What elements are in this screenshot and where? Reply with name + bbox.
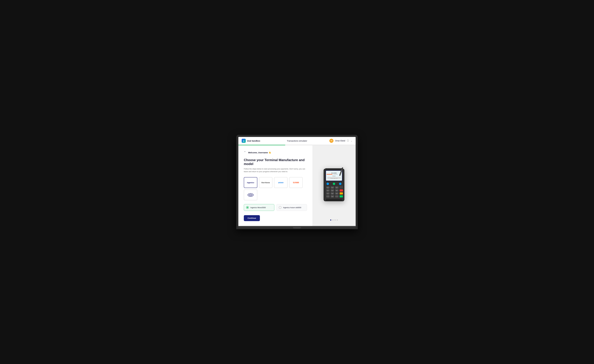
svg-text:8.: 8.	[332, 193, 333, 194]
nav-right-section: OE Omar Ebeid ⓘ ⌄	[325, 139, 352, 143]
svg-text:3.: 3.	[337, 187, 337, 188]
user-avatar: OE	[329, 139, 333, 143]
model-option-move3500[interactable]: Ingenico Move3500	[244, 204, 274, 211]
svg-point-16	[333, 182, 335, 185]
radio-move3500	[246, 206, 249, 209]
svg-rect-43	[340, 195, 343, 197]
laptop-base	[238, 226, 356, 229]
svg-point-15	[327, 182, 329, 185]
manufacturer-grid: ingenico Verifone urovo SUNMI	[244, 177, 307, 200]
sunmi-logo: SUNMI	[293, 182, 299, 184]
manufacturer-card-pax[interactable]: PAX	[244, 189, 257, 200]
laptop-screen: Zeal Sandbox Transactions simulator OE O…	[238, 137, 356, 226]
device-image-container: Move/3500 Amount Please swipe card	[317, 148, 351, 220]
svg-point-17	[339, 182, 341, 185]
model-option-axium[interactable]: Ingenico Axium dx8000	[277, 204, 307, 211]
radio-axium	[279, 206, 282, 209]
page-title: Choose your Terminal Manufacture and mod…	[244, 158, 307, 166]
laptop-notch	[293, 227, 301, 228]
urovo-logo: urovo	[278, 182, 284, 184]
back-button[interactable]: ←	[244, 150, 246, 153]
ingenico-logo: ingenico	[247, 182, 254, 184]
verifone-logo: Verifone	[261, 182, 270, 184]
nav-brand: Zeal Sandbox	[242, 139, 269, 143]
navigation-bar: Zeal Sandbox Transactions simulator OE O…	[238, 137, 356, 145]
chevron-down-icon[interactable]: ⌄	[351, 140, 352, 142]
manufacturer-card-verifone[interactable]: Verifone	[259, 177, 272, 188]
svg-text:1.: 1.	[328, 187, 328, 188]
right-panel: Move/3500 Amount Please swipe card	[312, 145, 356, 226]
model-label-axium: Ingenico Axium dx8000	[283, 207, 301, 208]
svg-text:Amount: Amount	[332, 176, 336, 176]
svg-rect-9	[327, 174, 332, 175]
carousel-dot-1[interactable]	[330, 220, 331, 221]
manufacturer-card-ingenico[interactable]: ingenico	[244, 177, 257, 188]
svg-text:7.: 7.	[328, 193, 328, 194]
pax-logo: PAX	[248, 193, 254, 197]
svg-rect-38	[340, 192, 343, 195]
svg-rect-31	[340, 189, 343, 191]
model-label-move3500: Ingenico Move3500	[250, 207, 266, 208]
back-arrow-icon: ←	[244, 150, 246, 153]
user-name-label: Omar Ebeid	[335, 140, 345, 142]
radio-inner-move3500	[247, 207, 248, 208]
svg-text:5.: 5.	[332, 190, 333, 191]
svg-text:Please swipe card: Please swipe card	[330, 178, 338, 179]
svg-rect-10	[333, 174, 338, 175]
continue-button[interactable]: Continue	[244, 215, 260, 221]
svg-text:9.: 9.	[337, 193, 337, 194]
svg-rect-39	[326, 195, 330, 197]
manufacturer-card-urovo[interactable]: urovo	[274, 177, 288, 188]
page-description: Follow the steps below to start processi…	[244, 168, 307, 173]
left-panel: ← Welcome, Username 👋 Choose your Termin…	[238, 145, 312, 226]
welcome-greeting: Welcome, Username 👋	[248, 151, 271, 154]
svg-text:4.: 4.	[328, 190, 328, 191]
svg-text:PAX: PAX	[250, 195, 252, 196]
svg-text:2.: 2.	[332, 187, 333, 188]
svg-text:Move/3500: Move/3500	[331, 172, 337, 174]
model-options: Ingenico Move3500 Ingenico Axium dx8000	[244, 204, 307, 211]
svg-text:0: 0	[332, 196, 333, 197]
brand-logo	[242, 139, 246, 143]
svg-rect-24	[340, 186, 343, 189]
carousel-dot-3[interactable]	[335, 220, 336, 221]
carousel-dot-4[interactable]	[337, 220, 338, 221]
svg-rect-42	[335, 195, 338, 197]
svg-rect-45	[326, 199, 342, 201]
main-content: ← Welcome, Username 👋 Choose your Termin…	[238, 145, 356, 226]
nav-page-title: Transactions simulator	[269, 140, 325, 142]
carousel-dot-2[interactable]	[332, 220, 333, 221]
laptop-frame: Zeal Sandbox Transactions simulator OE O…	[236, 135, 358, 229]
carousel-dots	[330, 220, 338, 223]
svg-text:6.: 6.	[337, 190, 337, 191]
help-icon[interactable]: ⓘ	[347, 139, 349, 142]
manufacturer-card-sunmi[interactable]: SUNMI	[289, 177, 303, 188]
terminal-device-image: Move/3500 Amount Please swipe card	[319, 163, 349, 205]
svg-rect-44	[325, 168, 343, 169]
brand-name: Zeal Sandbox	[247, 140, 260, 142]
